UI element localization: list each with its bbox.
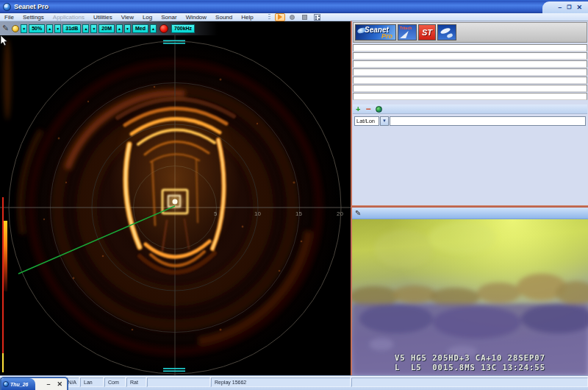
latlon-row: Lat/Lon ▼: [353, 115, 587, 127]
wave-logo: [437, 24, 456, 40]
gain-up-button[interactable]: ▲: [46, 24, 53, 33]
transport-toolbar: [268, 13, 323, 21]
log-minimize-icon[interactable]: –: [46, 380, 50, 388]
sonar-settings-toolbar: ✎ ▼ 50% ▲ ▼ 31dB ▲ ▼ 20M ▲ ▼ Med ▲ 700kH…: [0, 21, 351, 35]
logo-bar: Seanet Pro Tritech ST: [353, 22, 587, 43]
menu-log[interactable]: Log: [138, 13, 157, 21]
parameter-rows: [353, 44, 587, 101]
parameter-row[interactable]: [353, 93, 587, 100]
video-osd-line1: V5 HG5 205HD+3 CA+10 28SEP07: [395, 353, 545, 362]
transmit-indicator[interactable]: [159, 24, 168, 33]
seanet-pro-logo: Seanet Pro: [355, 24, 396, 40]
record-icon: [290, 15, 295, 20]
latlon-label: Lat/Lon: [354, 116, 379, 126]
close-icon[interactable]: ✕: [576, 4, 582, 11]
play-icon: [278, 14, 282, 20]
toolbar-grip: [268, 14, 270, 21]
latlon-input[interactable]: [390, 116, 586, 126]
parameter-row[interactable]: [353, 77, 587, 84]
title-bar[interactable]: Seanet Pro – ❐ ✕: [0, 0, 588, 13]
globe-icon[interactable]: [376, 106, 382, 113]
device-config-button[interactable]: [312, 13, 323, 21]
menu-sonar[interactable]: Sonar: [157, 13, 181, 21]
range-label-10: 10: [254, 210, 261, 217]
restore-icon[interactable]: ❐: [567, 4, 571, 11]
sonar-plot: [0, 35, 351, 375]
head-dropdown[interactable]: ▼: [21, 24, 27, 33]
parameter-row[interactable]: [353, 44, 587, 52]
mouse-cursor: [0, 35, 9, 47]
gain-value[interactable]: 50%: [29, 24, 45, 33]
add-icon[interactable]: +: [356, 105, 360, 113]
seabed-graphic: [352, 219, 588, 375]
record-button[interactable]: [287, 13, 298, 21]
log-window-controls: – ✕: [35, 380, 67, 388]
st-logo-text: ST: [422, 28, 432, 37]
video-toolbar: ✎: [352, 208, 588, 219]
menu-view[interactable]: View: [117, 13, 138, 21]
parameter-row[interactable]: [353, 68, 587, 76]
menu-window[interactable]: Window: [182, 13, 211, 21]
sonar-head-icon[interactable]: [12, 25, 19, 32]
tritech-logo-shape: [400, 31, 409, 38]
menu-help[interactable]: Help: [237, 13, 257, 21]
wave-logo-shape-small: [446, 33, 453, 39]
app-icon: [3, 3, 11, 11]
log-window-titlebar[interactable]: Thu_26 – ✕: [0, 377, 68, 390]
video-tool-icon[interactable]: ✎: [355, 209, 361, 217]
gain-down-button[interactable]: ▼: [54, 24, 61, 33]
menu-file[interactable]: File: [0, 13, 18, 21]
range-label-5: 5: [214, 210, 217, 217]
st-logo: ST: [418, 24, 436, 40]
video-feed[interactable]: V5 HG5 205HD+3 CA+10 28SEP07 L L5 0015.8…: [352, 219, 588, 375]
stop-icon: [302, 15, 307, 20]
status-bar: ul N/A Lan Com N/A Rat N/A Replay 15662: [0, 375, 588, 390]
device-config-icon: [314, 14, 320, 21]
status-field-rat: Rat N/A: [126, 377, 146, 387]
scan-line-active: [2, 353, 4, 372]
frequency-value: 700kHz: [171, 24, 195, 33]
latlon-dropdown[interactable]: ▼: [380, 116, 389, 126]
menu-applications: Applications: [49, 13, 89, 21]
status-field-blank: [147, 377, 210, 387]
menu-settings[interactable]: Settings: [18, 13, 49, 21]
tritech-logo: Tritech: [398, 24, 417, 40]
resolution-up-button[interactable]: ▲: [150, 24, 157, 33]
status-field-replay: Replay 15662: [211, 377, 351, 387]
tritech-logo-text: Tritech: [400, 26, 412, 30]
menu-utilities[interactable]: Utilities: [89, 13, 117, 21]
window-title: Seanet Pro: [14, 3, 49, 10]
log-window-tab[interactable]: Thu_26: [1, 378, 35, 390]
parameter-row[interactable]: [353, 52, 587, 60]
minimize-icon[interactable]: –: [558, 4, 562, 11]
remove-icon[interactable]: −: [365, 106, 370, 113]
seanet-pro-window: Seanet Pro – ❐ ✕ File Settings Applicati…: [0, 0, 588, 390]
range-down-button[interactable]: ▼: [124, 24, 131, 33]
threshold-value[interactable]: 31dB: [62, 24, 81, 33]
position-toolbar: + −: [353, 104, 587, 114]
menu-sound[interactable]: Sound: [211, 13, 237, 21]
seanet-logo-sub: Pro: [381, 32, 392, 40]
threshold-up-button[interactable]: ▲: [82, 24, 89, 33]
log-close-icon[interactable]: ✕: [57, 380, 62, 388]
log-window-icon: [3, 381, 9, 387]
sonar-display[interactable]: 5 10 15 20: [0, 35, 351, 375]
resolution-value[interactable]: Med: [132, 24, 148, 33]
status-field-lan: Lan: [80, 377, 104, 387]
range-value[interactable]: 20M: [98, 24, 115, 33]
parameter-row[interactable]: [353, 60, 587, 68]
video-osd-line2: L L5 0015.8MS 13C 13:24:55: [395, 363, 545, 372]
range-label-20: 20: [337, 210, 343, 217]
pencil-tool-icon[interactable]: ✎: [2, 24, 9, 32]
intensity-scale: [4, 221, 7, 291]
range-up-button[interactable]: ▲: [116, 24, 123, 33]
right-panel: Seanet Pro Tritech ST +: [351, 21, 588, 375]
parameter-row[interactable]: [353, 85, 587, 92]
status-field-right: [351, 377, 588, 387]
threshold-down-button[interactable]: ▼: [90, 24, 97, 33]
window-controls: – ❐ ✕: [542, 1, 588, 13]
status-field-com: Com N/A: [104, 377, 126, 387]
play-button[interactable]: [275, 13, 285, 21]
stop-button[interactable]: [300, 13, 310, 21]
log-window-title: Thu_26: [10, 382, 29, 387]
